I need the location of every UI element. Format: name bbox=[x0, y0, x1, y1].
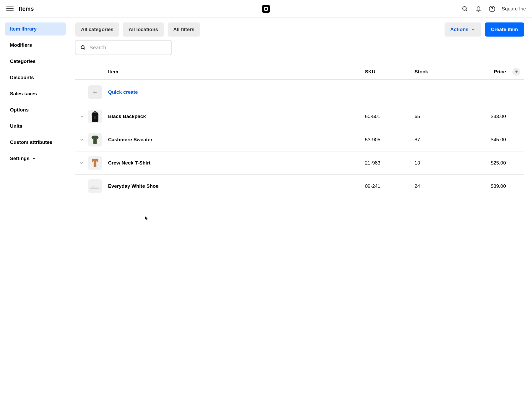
sidebar-item-sales-taxes[interactable]: Sales taxes bbox=[5, 87, 66, 100]
expand-row-button[interactable] bbox=[75, 137, 88, 142]
item-stock: 24 bbox=[415, 183, 464, 189]
svg-point-4 bbox=[81, 46, 84, 49]
sidebar-item-options[interactable]: Options bbox=[5, 103, 66, 116]
item-stock: 13 bbox=[415, 160, 464, 166]
col-header-item: Item bbox=[107, 69, 365, 75]
item-sku: 21-983 bbox=[365, 160, 415, 166]
svg-point-0 bbox=[463, 7, 466, 10]
sidebar-item-label: Categories bbox=[10, 58, 36, 64]
sidebar-item-label: Sales taxes bbox=[10, 91, 37, 97]
item-thumbnail bbox=[88, 156, 102, 170]
page-title: Items bbox=[19, 5, 34, 12]
table-header: Item SKU Stock Price + bbox=[75, 64, 524, 80]
quick-create-label[interactable]: Quick create bbox=[107, 89, 365, 95]
actions-button[interactable]: Actions bbox=[445, 22, 481, 37]
sidebar-item-units[interactable]: Units bbox=[5, 120, 66, 133]
help-icon[interactable] bbox=[488, 5, 496, 13]
item-stock: 65 bbox=[415, 114, 464, 119]
filter-all-button[interactable]: All filters bbox=[168, 22, 200, 37]
table-row[interactable]: Crew Neck T-Shirt21-98313$25.00 bbox=[75, 151, 524, 175]
chevron-down-icon bbox=[32, 156, 36, 161]
plus-icon[interactable]: + bbox=[88, 85, 102, 99]
item-table: Item SKU Stock Price + + Quick create Bl… bbox=[75, 64, 524, 198]
sidebar-item-label: Discounts bbox=[10, 75, 34, 80]
sidebar-item-label: Modifiers bbox=[10, 42, 32, 48]
sidebar-item-custom-attributes[interactable]: Custom attributes bbox=[5, 136, 66, 149]
sidebar-item-discounts[interactable]: Discounts bbox=[5, 71, 66, 84]
sidebar-item-categories[interactable]: Categories bbox=[5, 55, 66, 68]
table-row[interactable]: Cashmere Sweater53-90587$45.00 bbox=[75, 128, 524, 151]
quick-create-row[interactable]: + Quick create bbox=[75, 80, 524, 105]
sidebar-item-label: Custom attributes bbox=[10, 139, 52, 145]
table-row[interactable]: Black Backpack60-50165$33.00 bbox=[75, 105, 524, 128]
item-stock: 87 bbox=[415, 137, 464, 143]
col-header-stock: Stock bbox=[415, 69, 464, 75]
sidebar-item-settings[interactable]: Settings bbox=[5, 152, 66, 165]
sidebar-item-label: Settings bbox=[10, 156, 29, 161]
item-sku: 09-241 bbox=[365, 183, 415, 189]
col-header-price: Price bbox=[464, 69, 509, 75]
svg-line-1 bbox=[466, 10, 467, 11]
svg-rect-7 bbox=[90, 188, 99, 189]
item-thumbnail bbox=[88, 133, 102, 146]
item-price: $39.00 bbox=[464, 183, 509, 189]
search-field-wrapper[interactable] bbox=[75, 40, 172, 55]
topbar: Items Square Inc bbox=[0, 0, 532, 18]
create-item-button[interactable]: Create item bbox=[485, 22, 524, 37]
filter-locations-button[interactable]: All locations bbox=[123, 22, 164, 37]
menu-icon[interactable] bbox=[6, 5, 14, 13]
sidebar-item-modifiers[interactable]: Modifiers bbox=[5, 39, 66, 52]
chevron-down-icon bbox=[79, 114, 84, 119]
search-icon[interactable] bbox=[461, 5, 469, 13]
chevron-down-icon bbox=[79, 137, 84, 142]
item-price: $25.00 bbox=[464, 160, 509, 166]
item-sku: 60-501 bbox=[365, 114, 415, 119]
svg-line-5 bbox=[84, 48, 85, 49]
expand-row-button[interactable] bbox=[75, 161, 88, 165]
item-name: Black Backpack bbox=[107, 114, 365, 119]
search-input[interactable] bbox=[90, 45, 167, 51]
search-icon bbox=[80, 45, 86, 50]
svg-point-3 bbox=[492, 10, 492, 10]
item-sku: 53-905 bbox=[365, 137, 415, 143]
main-content: All categories All locations All filters… bbox=[70, 18, 532, 208]
sidebar-item-item-library[interactable]: Item library bbox=[5, 22, 66, 36]
svg-rect-6 bbox=[94, 116, 96, 119]
table-row[interactable]: Everyday White Shoe09-24124$39.00 bbox=[75, 175, 524, 198]
company-name[interactable]: Square Inc bbox=[502, 6, 526, 12]
chevron-down-icon bbox=[471, 27, 475, 32]
item-thumbnail bbox=[88, 110, 102, 123]
filter-categories-button[interactable]: All categories bbox=[75, 22, 119, 37]
actions-label: Actions bbox=[450, 27, 469, 32]
expand-row-button[interactable] bbox=[75, 114, 88, 119]
square-logo-icon[interactable] bbox=[262, 5, 270, 13]
item-price: $33.00 bbox=[464, 114, 509, 119]
bell-icon[interactable] bbox=[475, 5, 482, 13]
item-price: $45.00 bbox=[464, 137, 509, 143]
sidebar-item-label: Options bbox=[10, 107, 29, 113]
item-name: Cashmere Sweater bbox=[107, 137, 365, 143]
col-header-sku: SKU bbox=[365, 69, 415, 75]
sidebar: Item libraryModifiersCategoriesDiscounts… bbox=[0, 18, 70, 208]
chevron-down-icon bbox=[79, 161, 84, 165]
sidebar-item-label: Item library bbox=[10, 26, 37, 32]
item-name: Everyday White Shoe bbox=[107, 183, 365, 189]
add-column-button[interactable]: + bbox=[512, 68, 520, 76]
item-thumbnail bbox=[88, 179, 102, 193]
item-name: Crew Neck T-Shirt bbox=[107, 160, 365, 166]
sidebar-item-label: Units bbox=[10, 123, 22, 129]
